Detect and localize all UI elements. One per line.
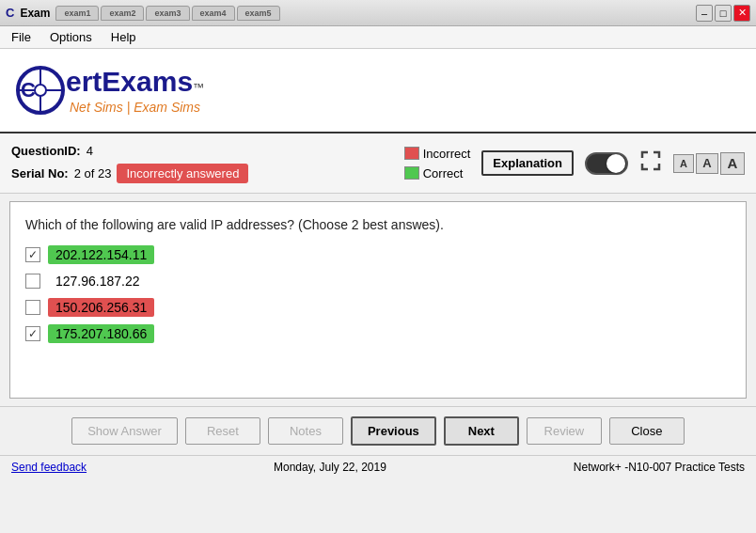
answer-checkbox-b[interactable] (25, 274, 40, 289)
legend-section: Incorrect Correct (404, 147, 471, 180)
reset-button[interactable]: Reset (185, 417, 260, 445)
answer-item-a: 202.122.154.11 (25, 245, 731, 264)
answer-list: 202.122.154.11 127.96.187.22 150.206.256… (25, 245, 731, 343)
correct-label: Correct (423, 166, 464, 180)
serial-no-label: Serial No: (11, 166, 69, 180)
close-button[interactable]: Close (609, 417, 685, 445)
answer-checkbox-d[interactable] (25, 326, 40, 341)
incorrectly-answered-badge: Incorrectly answered (117, 164, 248, 183)
send-feedback-link[interactable]: Send feedback (11, 461, 87, 474)
menu-options[interactable]: Options (42, 28, 100, 46)
answer-item-d: 175.207.180.66 (25, 324, 731, 343)
question-area: Which of the following are valid IP addr… (9, 201, 747, 399)
tab-5[interactable]: exam5 (237, 6, 280, 21)
answer-text-a: 202.122.154.11 (48, 245, 154, 264)
logo-subtitle: Net Sims | Exam Sims (66, 100, 204, 115)
logo-ert: ert (66, 66, 102, 98)
menu-help[interactable]: Help (103, 28, 144, 46)
tab-1[interactable]: exam1 (55, 6, 99, 21)
font-medium-button[interactable]: A (696, 153, 718, 174)
correct-legend: Correct (404, 166, 471, 180)
show-answer-button[interactable]: Show Answer (71, 417, 178, 445)
logo-text-container: ert Exams ™ Net Sims | Exam Sims (66, 66, 204, 115)
info-section-left: QuestionID: 4 Serial No: 2 of 23 Incorre… (11, 144, 393, 183)
app-title: Exam (20, 7, 50, 20)
exam-text: Network+ -N10-007 Practice Tests (574, 461, 745, 474)
answer-checkbox-c[interactable] (25, 300, 40, 315)
menu-file[interactable]: File (4, 28, 39, 46)
taskbar-tabs: exam1 exam2 exam3 exam4 exam5 (55, 6, 279, 21)
notes-button[interactable]: Notes (268, 417, 343, 445)
answer-text-c: 150.206.256.31 (48, 298, 154, 317)
logo-area: C ert Exams ™ Net Sims | Exam Sims (0, 49, 756, 133)
review-button[interactable]: Review (527, 417, 602, 445)
svg-text:C: C (21, 78, 36, 102)
correct-color-box (404, 166, 419, 180)
question-id-row: QuestionID: 4 (11, 144, 393, 158)
logo-exams: Exams (102, 66, 193, 98)
window-controls: – □ ✕ (696, 5, 750, 22)
incorrect-label: Incorrect (423, 147, 471, 161)
answer-text-d: 175.207.180.66 (48, 324, 154, 343)
title-bar: C Exam exam1 exam2 exam3 exam4 exam5 – □… (0, 0, 756, 26)
font-large-button[interactable]: A (720, 152, 745, 175)
info-section-right: Incorrect Correct Explanation A A A (404, 147, 745, 180)
logo-tm: ™ (193, 81, 204, 94)
next-button[interactable]: Next (444, 416, 519, 446)
font-small-button[interactable]: A (673, 154, 694, 173)
answer-item-c: 150.206.256.31 (25, 298, 731, 317)
logo: C ert Exams ™ Net Sims | Exam Sims (15, 65, 204, 116)
app-icon: C (6, 6, 14, 20)
font-size-controls: A A A (673, 152, 745, 175)
incorrect-color-box (404, 147, 419, 160)
previous-button[interactable]: Previous (351, 416, 436, 446)
logo-icon: C (15, 65, 66, 116)
fullscreen-icon[interactable] (639, 149, 662, 177)
answer-text-b: 127.96.187.22 (48, 272, 148, 290)
tab-4[interactable]: exam4 (192, 6, 235, 21)
info-bar: QuestionID: 4 Serial No: 2 of 23 Incorre… (0, 133, 756, 194)
close-button[interactable]: ✕ (733, 5, 750, 22)
serial-no-value: 2 of 23 (74, 166, 112, 180)
question-id-label: QuestionID: (11, 144, 81, 158)
question-text: Which of the following are valid IP addr… (25, 217, 731, 232)
toggle-switch[interactable] (585, 152, 628, 175)
tab-2[interactable]: exam2 (101, 6, 144, 21)
menu-bar: File Options Help (0, 26, 756, 49)
tab-3[interactable]: exam3 (146, 6, 189, 21)
explanation-button[interactable]: Explanation (481, 150, 574, 176)
status-bar: Send feedback Monday, July 22, 2019 Netw… (0, 455, 756, 478)
svg-point-1 (35, 85, 46, 96)
minimize-button[interactable]: – (696, 5, 713, 22)
date-text: Monday, July 22, 2019 (274, 461, 386, 474)
serial-no-row: Serial No: 2 of 23 Incorrectly answered (11, 164, 393, 183)
toggle-knob (606, 154, 625, 173)
answer-item-b: 127.96.187.22 (25, 272, 731, 290)
maximize-button[interactable]: □ (715, 5, 732, 22)
answer-checkbox-a[interactable] (25, 247, 40, 262)
question-id-value: 4 (87, 144, 93, 158)
bottom-bar: Show Answer Reset Notes Previous Next Re… (0, 406, 756, 455)
incorrect-legend: Incorrect (404, 147, 471, 161)
